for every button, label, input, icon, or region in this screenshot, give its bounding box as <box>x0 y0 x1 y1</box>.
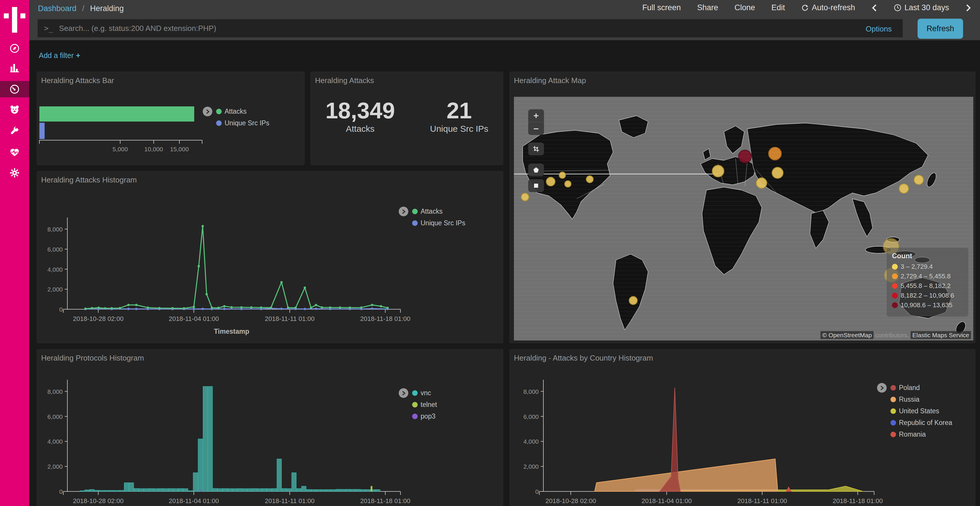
legend-dot <box>891 420 896 425</box>
legend-item-unique-src-ips[interactable]: Unique Src IPs <box>412 219 465 227</box>
svg-text:0: 0 <box>59 488 63 495</box>
draw-polygon-button[interactable] <box>528 163 544 176</box>
range-label: 5,455.8 – 8,182.2 <box>900 282 951 290</box>
query-options-link[interactable]: Options <box>865 24 892 33</box>
top-bar: Dashboard / Heralding Full screen Share … <box>29 0 980 40</box>
auto-refresh-button[interactable]: Auto-refresh <box>799 3 857 13</box>
legend-label: Unique Src IPs <box>421 219 465 227</box>
svg-text:0: 0 <box>59 306 63 313</box>
legend-range-row: 8,182.2 – 10,908.6 <box>892 292 968 299</box>
wrench-icon <box>10 126 20 136</box>
bar-chart-icon <box>10 63 20 73</box>
legend-collapse-button[interactable] <box>877 383 887 393</box>
dashboard-toolbar: Full screen Share Clone Edit Auto-refres… <box>641 3 973 13</box>
legend-dot <box>891 431 896 437</box>
gear-icon <box>10 168 20 178</box>
world-map[interactable]: Count 3 – 2,729.4 2,729.4 – 5,455.8 5,45… <box>514 97 973 341</box>
legend-dot <box>891 385 896 390</box>
heartbeat-icon <box>10 147 20 157</box>
chevron-right-icon <box>966 4 971 12</box>
logo-right-square <box>21 13 25 18</box>
legend-label: vnc <box>421 389 431 397</box>
range-dot <box>892 293 898 298</box>
range-label: 10,908.6 – 13,635 <box>900 301 952 309</box>
chevron-left-icon <box>872 4 877 12</box>
map-attribution: © OpenStreetMap contributors, Elastic Ma… <box>821 332 971 339</box>
svg-text:8,000: 8,000 <box>523 388 539 395</box>
svg-text:2018-10-28 02:00: 2018-10-28 02:00 <box>546 497 596 504</box>
svg-text:6,000: 6,000 <box>47 413 63 420</box>
breadcrumb-separator: / <box>82 4 84 13</box>
share-button[interactable]: Share <box>695 3 720 13</box>
svg-text:2018-10-28 02:00: 2018-10-28 02:00 <box>73 315 124 322</box>
time-range-picker[interactable]: Last 30 days <box>892 3 951 13</box>
legend-item-united-states[interactable]: United States <box>891 407 952 415</box>
attacks-histogram-chart[interactable]: 02,0004,0006,0008,0002018-10-28 02:00201… <box>37 171 503 343</box>
breadcrumb-dashboard-link[interactable]: Dashboard <box>38 4 76 13</box>
legend-item-pop3[interactable]: pop3 <box>412 412 437 420</box>
fit-data-bounds-button[interactable] <box>528 143 544 155</box>
legend-label: telnet <box>421 401 437 409</box>
time-back-button[interactable] <box>870 3 879 12</box>
sidebar-item-monitoring[interactable] <box>0 144 29 160</box>
chevron-right-icon <box>205 109 210 114</box>
search-input[interactable] <box>58 24 903 33</box>
refresh-button[interactable]: Refresh <box>918 19 963 39</box>
range-dot <box>892 273 898 279</box>
legend-item-attacks[interactable]: Attacks <box>412 208 465 216</box>
add-filter-link[interactable]: Add a filter+ <box>39 51 80 60</box>
osm-attribution-link[interactable]: © OpenStreetMap <box>821 331 873 339</box>
svg-text:8,000: 8,000 <box>47 226 63 233</box>
legend-item-romania[interactable]: Romania <box>891 430 952 438</box>
legend: Attacks Unique Src IPs <box>412 208 465 227</box>
legend-item-unique-src-ips[interactable]: Unique Src IPs <box>216 119 269 127</box>
panel-attacks-bar: Heralding Attacks Bar 5,00010,00015,000 … <box>37 72 304 165</box>
sidebar-item-tpot-bear[interactable] <box>0 102 29 118</box>
sidebar-item-management[interactable] <box>0 165 29 181</box>
svg-text:2018-11-18 01:00: 2018-11-18 01:00 <box>360 497 410 504</box>
compass-icon <box>10 43 20 54</box>
legend-title: Count <box>892 252 968 260</box>
time-forward-button[interactable] <box>964 3 973 12</box>
legend-collapse-button[interactable] <box>203 107 212 116</box>
legend-item-republic-of-korea[interactable]: Republic of Korea <box>891 419 952 427</box>
ems-attribution-link[interactable]: Elastic Maps Service <box>911 331 971 339</box>
svg-text:2,000: 2,000 <box>523 463 539 470</box>
clone-button[interactable]: Clone <box>733 3 757 13</box>
full-screen-button[interactable]: Full screen <box>641 3 682 13</box>
legend-item-russia[interactable]: Russia <box>891 395 952 403</box>
legend-item-poland[interactable]: Poland <box>891 384 952 392</box>
svg-text:2018-11-18 01:00: 2018-11-18 01:00 <box>360 315 410 322</box>
draw-rectangle-button[interactable] <box>528 179 544 192</box>
metric-value: 21 <box>430 98 488 123</box>
map-zoom-controls <box>528 109 544 135</box>
kibana-dashboard: Dashboard / Heralding Full screen Share … <box>0 0 980 506</box>
legend-collapse-button[interactable] <box>399 207 408 216</box>
svg-text:2018-11-11 01:00: 2018-11-11 01:00 <box>265 315 314 322</box>
metric-group: 18,349 Attacks 21 Unique Src IPs <box>311 98 503 134</box>
legend: vnc telnet pop3 <box>412 389 437 420</box>
legend-label: Republic of Korea <box>899 419 952 427</box>
sidebar-item-dashboard[interactable] <box>0 81 29 97</box>
edit-button[interactable]: Edit <box>770 3 787 13</box>
zoom-out-button[interactable] <box>528 122 544 135</box>
map-count-legend: Count 3 – 2,729.4 2,729.4 – 5,455.8 5,45… <box>887 248 968 317</box>
telekom-logo[interactable] <box>0 3 29 36</box>
legend-dot <box>216 121 222 126</box>
legend-item-telnet[interactable]: telnet <box>412 401 437 409</box>
sidebar-item-visualize[interactable] <box>0 60 29 76</box>
sidebar-item-devtools[interactable] <box>0 123 29 139</box>
zoom-in-button[interactable] <box>528 109 544 122</box>
protocols-histogram-chart[interactable]: 02,0004,0006,0008,0002018-10-28 02:00201… <box>37 349 503 506</box>
svg-text:4,000: 4,000 <box>47 438 63 445</box>
polygon-icon <box>533 167 539 173</box>
legend-collapse-button[interactable] <box>399 388 408 398</box>
legend-item-vnc[interactable]: vnc <box>412 389 437 397</box>
legend-dot <box>216 109 222 114</box>
range-dot <box>892 264 898 270</box>
sidebar-item-discover[interactable] <box>0 40 29 57</box>
panel-attacks-metric: Heralding Attacks 18,349 Attacks 21 Uniq… <box>310 72 503 165</box>
plus-icon: + <box>76 51 81 59</box>
metric-label: Attacks <box>326 124 395 134</box>
legend-item-attacks[interactable]: Attacks <box>216 108 269 116</box>
